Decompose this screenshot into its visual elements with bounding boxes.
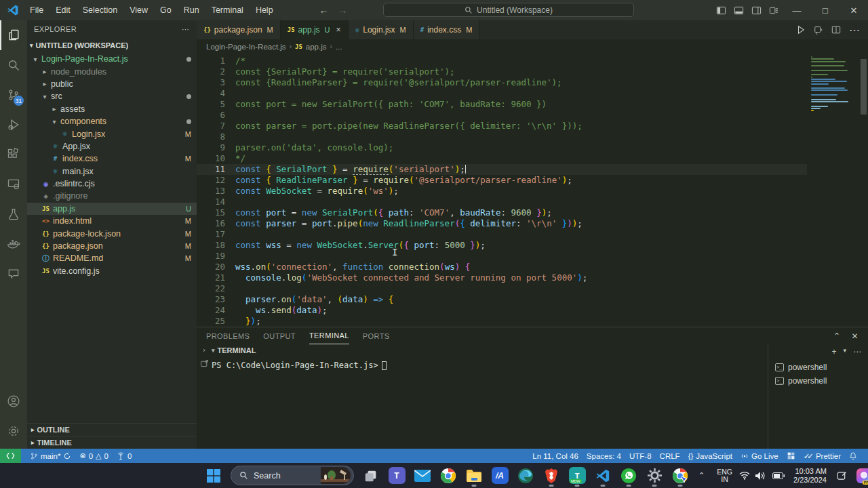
activity-accounts-icon[interactable] <box>0 386 27 416</box>
tree-item-.eslintrc.cjs[interactable]: ◉.eslintrc.cjs <box>27 178 197 190</box>
activity-source-control-icon[interactable]: 31 <box>0 80 27 110</box>
compare-changes-icon[interactable] <box>814 25 823 35</box>
activity-remote-explorer-icon[interactable] <box>0 169 27 199</box>
tree-item-components[interactable]: ▾components <box>27 115 197 127</box>
close-button[interactable]: ✕ <box>840 0 868 20</box>
tree-item-app.js[interactable]: JSapp.jsU <box>27 203 197 215</box>
panel-tab-output[interactable]: OUTPUT <box>263 327 296 344</box>
tab-package.json[interactable]: {}package.jsonM <box>197 20 281 39</box>
terminal-more-icon[interactable]: ⋯ <box>853 347 861 357</box>
remote-indicator[interactable] <box>0 449 21 463</box>
code-line-2[interactable]: 2const {SerialPort} = require('serialpor… <box>197 66 807 77</box>
menu-help[interactable]: Help <box>250 3 279 17</box>
start-button[interactable] <box>201 464 226 487</box>
task-view-button[interactable] <box>358 464 384 487</box>
breadcrumb-item[interactable]: app.js <box>306 43 327 51</box>
tree-item-index.html[interactable]: <>index.htmlM <box>27 215 197 227</box>
breadcrumb-item[interactable]: ... <box>336 43 342 51</box>
code-line-4[interactable]: 4 <box>197 88 807 99</box>
run-code-icon[interactable] <box>796 25 806 35</box>
wifi-icon[interactable] <box>739 471 750 480</box>
activity-docker-icon[interactable] <box>0 229 27 259</box>
nav-forward-button[interactable]: → <box>338 5 348 16</box>
code-line-21[interactable]: 21 console.log('WebSocket connected and … <box>197 272 807 283</box>
code-line-19[interactable]: 19 <box>197 251 807 262</box>
panel-tab-problems[interactable]: PROBLEMS <box>206 327 250 344</box>
tree-item-package-lock.json[interactable]: {}package-lock.jsonM <box>27 227 197 239</box>
settings-app-icon[interactable] <box>642 464 667 487</box>
menu-file[interactable]: File <box>24 3 49 17</box>
go-live-button[interactable]: Go Live <box>736 452 783 460</box>
command-center-search[interactable]: Untitled (Workspace) <box>383 3 634 17</box>
terminal-launch-icon[interactable] <box>200 359 209 368</box>
code-line-25[interactable]: 25 }); <box>197 316 807 327</box>
code-line-13[interactable]: 13const WebSocket = require('ws'); <box>197 186 807 197</box>
new-terminal-icon[interactable]: + <box>831 347 836 357</box>
prettier-status[interactable]: ✓✓ Prettier <box>800 451 845 461</box>
explorer-more-actions-icon[interactable]: ⋯ <box>182 25 190 34</box>
tray-overflow-chevron[interactable]: ⌃ <box>693 471 710 480</box>
toggle-secondary-sidebar-icon[interactable] <box>747 0 765 20</box>
menu-edit[interactable]: Edit <box>50 3 76 17</box>
activity-settings-icon[interactable] <box>0 416 27 446</box>
tree-item-.gitignore[interactable]: ◈.gitignore <box>27 190 197 202</box>
maximize-panel-icon[interactable]: ⌃ <box>833 331 840 341</box>
minimize-button[interactable]: — <box>783 0 811 20</box>
timeline-section[interactable]: ▸ TIMELINE <box>27 436 197 449</box>
tree-item-main.jsx[interactable]: ⚛main.jsx <box>27 165 197 178</box>
toggle-panel-icon[interactable] <box>730 0 747 20</box>
workspace-section-header[interactable]: ▾ UNTITLED (WORKSPACE) <box>27 38 197 53</box>
minimap[interactable] <box>811 56 853 112</box>
tree-item-node-modules[interactable]: ▸node_modules <box>27 65 197 77</box>
more-actions-icon[interactable]: ⋯ <box>849 24 860 37</box>
language-indicator[interactable]: ENG IN <box>713 468 736 483</box>
code-line-9[interactable]: 9parser.on('data', console.log); <box>197 142 807 153</box>
close-panel-icon[interactable]: ✕ <box>852 331 859 341</box>
code-line-14[interactable]: 14 <box>197 197 807 207</box>
file-explorer-icon[interactable] <box>461 464 487 487</box>
breadcrumb-item[interactable]: Login-Page-In-React.js <box>206 43 286 51</box>
tree-item-login.jsx[interactable]: ⚛Login.jsxM <box>27 127 197 140</box>
split-editor-icon[interactable] <box>831 25 841 35</box>
code-line-7[interactable]: 7const parser = port.pipe(new ReadlinePa… <box>197 121 807 131</box>
encoding-status[interactable]: UTF-8 <box>625 452 656 460</box>
outline-section[interactable]: ▸ OUTLINE <box>27 423 197 436</box>
tree-item-assets[interactable]: ▸assets <box>27 103 197 115</box>
terminal-instance-2[interactable]: >_powershell <box>768 374 868 388</box>
panel-tab-ports[interactable]: PORTS <box>363 327 390 344</box>
code-line-12[interactable]: 12const { ReadlineParser } = require('@s… <box>197 175 807 186</box>
code-editor[interactable]: 1/*2const {SerialPort} = require('serial… <box>197 54 868 327</box>
activity-testing-icon[interactable] <box>0 199 27 229</box>
code-line-20[interactable]: 20wss.on('connection', function connecti… <box>197 262 807 272</box>
tab-app.js[interactable]: JSapp.jsU× <box>281 20 349 39</box>
code-line-22[interactable]: 22 <box>197 283 807 294</box>
brave-app-icon[interactable] <box>538 464 564 487</box>
breadcrumb[interactable]: Login-Page-In-React.js›JSapp.js›... <box>197 39 868 54</box>
clock[interactable]: 10:03 AM 2/23/2024 <box>789 467 831 485</box>
tmdw-app-icon[interactable]: TMDW <box>564 464 590 487</box>
code-line-8[interactable]: 8 <box>197 131 807 142</box>
code-line-16[interactable]: 16const parser = port.pipe(new ReadlineP… <box>197 218 807 229</box>
tab-index.css[interactable]: #index.cssM <box>414 20 480 39</box>
menu-terminal[interactable]: Terminal <box>206 3 249 17</box>
battery-icon[interactable] <box>770 472 787 479</box>
movavi-app-icon[interactable]: /A <box>487 464 513 487</box>
code-line-17[interactable]: 17 <box>197 229 807 240</box>
tab-login.jsx[interactable]: ⚛Login.jsxM <box>349 20 414 39</box>
eol-status[interactable]: CRLF <box>656 452 684 460</box>
cursor-position-status[interactable]: Ln 11, Col 46 <box>528 452 583 460</box>
forwarded-ports-status[interactable]: 0 <box>113 452 136 460</box>
browser-preview-icon[interactable] <box>783 451 800 460</box>
toggle-sidebar-icon[interactable] <box>712 0 730 20</box>
maximize-button[interactable]: □ <box>811 0 840 20</box>
activity-run-debug-icon[interactable] <box>0 110 27 140</box>
activity-explorer-icon[interactable] <box>0 20 27 50</box>
customize-layout-icon[interactable] <box>765 0 783 20</box>
tree-item-readme.md[interactable]: ⓘREADME.mdM <box>27 252 197 264</box>
taskbar-search-box[interactable]: Search <box>231 466 354 485</box>
panel-chevron-icon[interactable]: › <box>202 346 206 354</box>
mail-app-icon[interactable] <box>410 464 435 487</box>
code-line-1[interactable]: 1/* <box>197 56 807 66</box>
code-line-10[interactable]: 10*/ <box>197 153 807 164</box>
tree-item-public[interactable]: ▸public <box>27 78 197 90</box>
